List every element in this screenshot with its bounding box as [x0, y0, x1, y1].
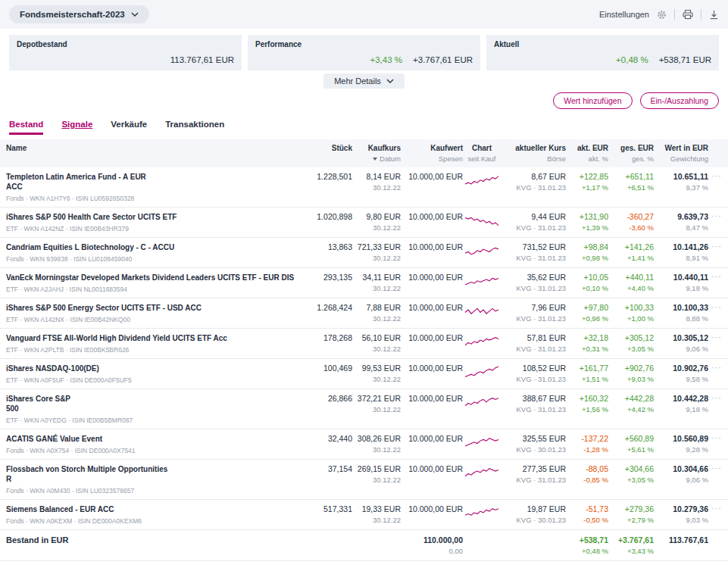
table-row[interactable]: Templeton Latin America Fund - A EUR ACC… [0, 167, 728, 208]
ges-cell: +651,11+6,51 % [608, 172, 654, 192]
ges-pct-value: +4,42 % [608, 406, 654, 414]
fund-name[interactable]: iShares NASDAQ-100(DE) [6, 364, 310, 373]
add-value-button[interactable]: Wert hinzufügen [553, 92, 632, 109]
fund-name[interactable]: Flossbach von Storch Multiple Opportunit… [6, 464, 310, 484]
row-menu-button[interactable]: ··· [708, 303, 722, 311]
col-kaufkurs[interactable]: KaufkursDatum [352, 144, 401, 163]
ges-pct-value: +1,00 % [608, 315, 654, 323]
kurs-quelle: KVG · 31.01.23 [501, 224, 566, 232]
ges-cell: +141,26+1,41 % [608, 242, 654, 262]
akt-cell: +32,18+0,31 % [566, 333, 608, 353]
card-label: Performance [255, 40, 473, 48]
table-row[interactable]: iShares NASDAQ-100(DE) ETF · WKN A0F5UF … [0, 359, 728, 389]
akt-eur-value: +32,18 [566, 333, 608, 343]
fund-meta: ETF · WKN A0YEDG · ISIN IE00B5BMR087 [6, 417, 310, 424]
kaufwert-value: 10.000,00 EUR [401, 464, 463, 474]
row-menu-button[interactable]: ··· [708, 394, 722, 402]
table-row[interactable]: Flossbach von Storch Multiple Opportunit… [0, 460, 728, 500]
row-menu-button[interactable]: ··· [708, 464, 722, 473]
row-menu-button[interactable]: ··· [708, 434, 722, 442]
table-row[interactable]: Vanguard FTSE All-World High Dividend Yi… [0, 329, 728, 359]
aktueller-kurs-value: 35,62 EUR [501, 273, 566, 282]
row-menu-button[interactable]: ··· [708, 364, 722, 372]
kaufkurs-value: 99,53 EUR [352, 364, 401, 373]
akt-pct-value: -0,85 % [566, 476, 608, 484]
printer-icon[interactable] [683, 9, 693, 20]
aktueller-kurs-value: 277,35 EUR [501, 464, 566, 474]
totals-ges-eur: +3.767,61 [608, 535, 654, 545]
col-stueck[interactable]: Stück [310, 144, 352, 163]
gewichtung-value: 9,18 % [654, 406, 708, 414]
kaufwert-value: 10.000,00 EUR [401, 212, 463, 222]
tab-signale[interactable]: Signale [61, 120, 92, 135]
table-row[interactable]: VanEck Morningstar Developed Markets Div… [0, 268, 728, 298]
fund-name[interactable]: Siemens Balanced - EUR ACC [6, 504, 310, 514]
tab-bestand[interactable]: Bestand [9, 120, 43, 135]
akt-pct-value: -0,50 % [566, 517, 608, 524]
fund-meta: ETF · WKN A2PLTB · ISIN IE00BK5BR626 [6, 346, 310, 354]
ges-pct-value: +4,40 % [608, 285, 654, 292]
ges-cell: +902,76+9,03 % [608, 364, 654, 383]
ges-eur-value: +560,89 [608, 434, 654, 444]
col-wert[interactable]: Wert in EURGewichtung [654, 144, 708, 163]
gear-icon[interactable] [657, 10, 667, 20]
fund-name[interactable]: Templeton Latin America Fund - A EUR ACC [6, 172, 310, 192]
fund-name[interactable]: iShares S&P 500 Energy Sector UCITS ETF … [6, 303, 310, 313]
col-akt[interactable]: akt. EURakt. % [566, 144, 608, 163]
ges-pct-value: +1,41 % [608, 254, 654, 262]
stueck-value: 1.228,501 [310, 172, 352, 182]
fund-meta: Fonds · WKN 939838 · ISIN LU0108459040 [6, 255, 310, 263]
settings-label[interactable]: Einstellungen [599, 10, 649, 19]
sparkline-chart [463, 364, 501, 381]
table-row[interactable]: iShares S&P 500 Health Care Sector UCITS… [0, 208, 728, 238]
fund-name[interactable]: iShares Core S&P 500 [6, 394, 310, 414]
kaufkurs-value: 7,88 EUR [352, 303, 401, 313]
stueck-value: 1.268,424 [310, 303, 352, 313]
sparkline-chart [463, 434, 501, 451]
col-ges[interactable]: ges. EURges. % [608, 144, 654, 163]
col-kurs[interactable]: aktueller KursBörse [501, 144, 566, 163]
fund-name[interactable]: Candriam Equities L Biotechnology - C - … [6, 242, 310, 252]
row-menu-button[interactable]: ··· [708, 504, 722, 513]
col-name[interactable]: Name [6, 144, 310, 163]
row-menu-button[interactable]: ··· [708, 212, 722, 220]
row-menu-button[interactable]: ··· [708, 242, 722, 251]
tab-verkaeufe[interactable]: Verkäufe [111, 120, 147, 135]
gewichtung-value: 8,91 % [654, 254, 708, 262]
stueck-value: 178,268 [310, 333, 352, 343]
row-menu-button[interactable]: ··· [708, 273, 722, 281]
wert-value: 9.639,73 [654, 212, 708, 222]
aktueller-kurs-value: 57,81 EUR [501, 333, 566, 343]
ges-pct-value: +5,61 % [608, 446, 654, 454]
portfolio-selector[interactable]: Fondsmeisterschaft-2023 [9, 5, 149, 23]
ges-eur-value: -360,27 [608, 212, 654, 222]
sparkline-chart [463, 464, 501, 482]
col-kaufwert[interactable]: KaufwertSpesen [401, 144, 463, 163]
kaufwert-value: 10.000,00 EUR [401, 364, 463, 373]
akt-pct-value: +0,98 % [566, 315, 608, 323]
chevron-down-icon [131, 12, 139, 17]
more-details-button[interactable]: Mehr Details [323, 73, 405, 89]
kaufwert-value: 10.000,00 EUR [401, 172, 463, 182]
fund-name[interactable]: iShares S&P 500 Health Care Sector UCITS… [6, 212, 310, 222]
totals-bestand-label: Bestand in EUR [6, 535, 310, 545]
fund-meta: Fonds · WKN A0X754 · ISIN DE000A0X7541 [6, 447, 310, 454]
fund-name[interactable]: Vanguard FTSE All-World High Dividend Yi… [6, 333, 310, 343]
akt-eur-value: +97,80 [566, 303, 608, 313]
row-menu-button[interactable]: ··· [708, 333, 722, 342]
fund-name[interactable]: VanEck Morningstar Developed Markets Div… [6, 273, 310, 282]
fund-name[interactable]: ACATIS GANÉ Value Event [6, 434, 310, 444]
table-row[interactable]: Siemens Balanced - EUR ACC Fonds · WKN A… [0, 500, 728, 530]
tab-transaktionen[interactable]: Transaktionen [165, 120, 224, 135]
akt-eur-value: +10,05 [566, 273, 608, 282]
table-row[interactable]: iShares S&P 500 Energy Sector UCITS ETF … [0, 298, 728, 329]
table-row[interactable]: Candriam Equities L Biotechnology - C - … [0, 238, 728, 268]
row-menu-button[interactable]: ··· [708, 172, 722, 180]
kurs-quelle: KVG · 30.01.23 [501, 517, 566, 524]
download-icon[interactable] [709, 10, 719, 20]
payment-button[interactable]: Ein-/Auszahlung [640, 92, 719, 109]
table-row[interactable]: ACATIS GANÉ Value Event Fonds · WKN A0X7… [0, 429, 728, 460]
table-row[interactable]: iShares Core S&P 500 ETF · WKN A0YEDG · … [0, 389, 728, 429]
kaufkurs-value: 269,15 EUR [352, 464, 401, 474]
kurs-quelle: KVG · 31.01.23 [501, 315, 566, 323]
